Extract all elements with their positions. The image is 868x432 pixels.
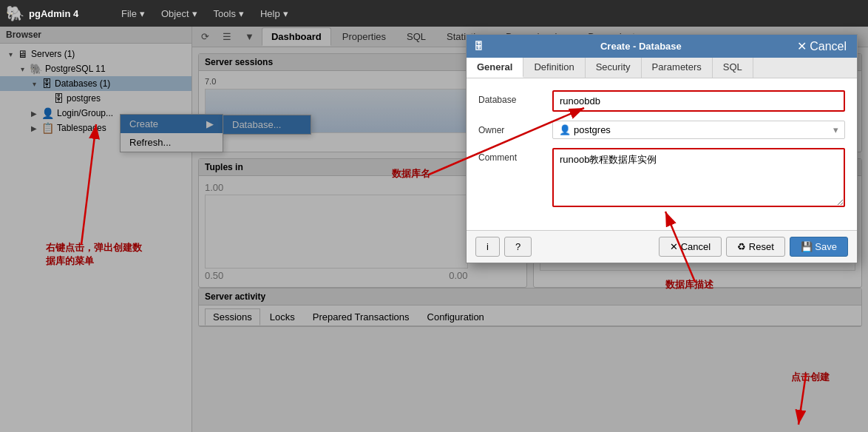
reset-button[interactable]: ♻ Reset: [726, 237, 785, 257]
modal-body: Database Owner 👤 postgres ▾ Comment: [467, 78, 857, 230]
topbar-menu: File ▾ Object ▾ Tools ▾ Help ▾: [114, 5, 296, 22]
app-title: pgAdmin 4: [29, 8, 78, 19]
topbar: 🐘 pgAdmin 4 File ▾ Object ▾ Tools ▾ Help…: [0, 0, 868, 27]
help-button[interactable]: ?: [504, 237, 532, 257]
elephant-icon: 🐘: [6, 4, 24, 22]
modal-titlebar: 🗄 Create - Database ✕ Cancel: [467, 35, 857, 58]
modal-title-icon: 🗄: [474, 41, 484, 52]
app-logo: 🐘 pgAdmin 4: [6, 4, 102, 22]
owner-value: postgres: [574, 124, 833, 135]
main-layout: Browser ▾ 🖥 Servers (1) ▾ 🐘 PostgreSQL 1…: [0, 27, 868, 432]
modal-tab-parameters[interactable]: Parameters: [642, 58, 713, 78]
modal-tab-security[interactable]: Security: [586, 58, 642, 78]
info-button[interactable]: i: [475, 237, 500, 257]
dropdown-arrow-icon: ▾: [833, 124, 838, 135]
modal-tab-definition[interactable]: Definition: [523, 58, 585, 78]
owner-select[interactable]: 👤 postgres ▾: [552, 121, 845, 139]
user-icon: 👤: [559, 124, 571, 135]
menu-help[interactable]: Help ▾: [253, 5, 296, 22]
modal-tabs: General Definition Security Parameters S…: [467, 58, 857, 78]
database-field-row: Database: [478, 90, 845, 112]
owner-label: Owner: [478, 121, 552, 135]
owner-field-row: Owner 👤 postgres ▾: [478, 121, 845, 139]
database-label: Database: [478, 90, 552, 105]
menu-object[interactable]: Object ▾: [154, 5, 205, 22]
comment-textarea[interactable]: [552, 148, 845, 207]
database-input[interactable]: [552, 90, 845, 112]
comment-field-row: Comment: [478, 148, 845, 209]
save-button[interactable]: 💾 Save: [790, 237, 848, 257]
modal-tab-sql[interactable]: SQL: [713, 58, 753, 78]
modal-create-database: 🗄 Create - Database ✕ Cancel General Def…: [466, 34, 858, 263]
cancel-button[interactable]: ✕ Cancel: [659, 237, 722, 257]
menu-tools[interactable]: Tools ▾: [206, 5, 251, 22]
menu-file[interactable]: File ▾: [114, 5, 152, 22]
modal-close-button[interactable]: ✕ Cancel: [794, 39, 850, 53]
modal-tab-general[interactable]: General: [467, 58, 523, 78]
modal-footer: i ? ✕ Cancel ♻ Reset 💾 Save: [467, 230, 857, 263]
comment-label: Comment: [478, 148, 552, 163]
modal-title-text: Create - Database: [600, 41, 682, 52]
